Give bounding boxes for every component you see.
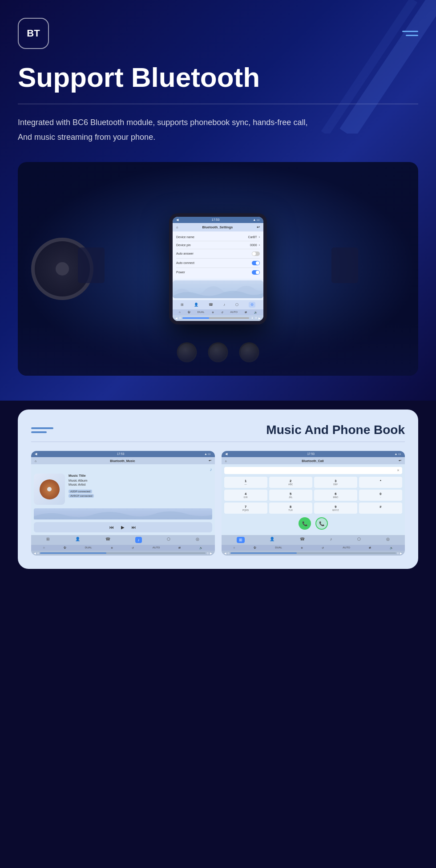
p-power[interactable]: ⏻	[254, 546, 256, 549]
search-x[interactable]: ✕	[397, 469, 400, 472]
ctrl-power[interactable]: ⏻	[188, 311, 190, 313]
home-icon[interactable]: ⌂	[176, 225, 178, 229]
redial-button[interactable]: 📞	[315, 517, 328, 530]
key-3[interactable]: 3DEF	[314, 477, 357, 488]
music-link-icon[interactable]: ⬡	[167, 537, 170, 543]
phone-ctrl-bar: ⌂ ⏻ DUAL ❄ ↺ AUTO ⇄ 🔊	[222, 545, 405, 551]
m-loop[interactable]: ↺	[132, 546, 134, 549]
key-star[interactable]: *	[359, 477, 402, 488]
p-home[interactable]: ⌂	[234, 546, 235, 549]
key-hash[interactable]: #	[359, 503, 402, 514]
ctrl-snow[interactable]: ❄	[212, 311, 214, 314]
key-9[interactable]: 9WXYZ	[314, 503, 357, 514]
hamburger-line-2	[406, 35, 418, 36]
auto-connect-toggle[interactable]	[252, 261, 260, 265]
phone-person-icon[interactable]: 👤	[270, 537, 275, 543]
ctrl-dual: DUAL	[198, 311, 205, 313]
music-note-active[interactable]: ♪	[135, 537, 142, 543]
header-section: BT Support Bluetooth Integrated with BC6…	[0, 0, 436, 401]
grid-icon[interactable]: ⊞	[181, 303, 184, 307]
hamburger-menu-icon[interactable]	[402, 31, 418, 36]
ctrl-home[interactable]: ⌂	[179, 311, 181, 313]
music-grid-icon[interactable]: ⊞	[46, 537, 50, 543]
avrcp-badge: AVRCP connected	[69, 494, 94, 498]
music-bottom-icons: ⊞ 👤 ☎ ♪ ⬡ ◎	[31, 535, 215, 545]
m-slider[interactable]	[40, 552, 206, 554]
music-wave	[34, 508, 212, 519]
p-slider[interactable]	[230, 552, 396, 554]
mini-slider[interactable]	[182, 317, 249, 319]
m-power[interactable]: ⏻	[64, 546, 66, 549]
music-settings-icon[interactable]: ◎	[196, 537, 199, 543]
music-home-icon[interactable]: ⌂	[35, 459, 36, 462]
play-btn[interactable]: ▶	[121, 525, 125, 530]
hamburger-line-1	[402, 31, 418, 32]
back-icon[interactable]: ↩	[257, 225, 260, 229]
music-icon[interactable]: ♪	[223, 303, 225, 307]
p-auto: AUTO	[343, 546, 350, 549]
auto-connect-row[interactable]: Auto connect	[176, 259, 260, 268]
m-arrows[interactable]: ⇄	[178, 546, 181, 549]
power-toggle[interactable]	[252, 270, 260, 275]
prev-btn[interactable]: ⏮	[109, 525, 114, 530]
phone-link-icon[interactable]: ⬡	[357, 537, 361, 543]
key-8[interactable]: 8TUV	[269, 503, 312, 514]
music-screen: ◀ 17:53 ▲ ▭ ⌂ Bluetooth_Music ↩ ♪	[31, 451, 215, 556]
m-n2: 0	[207, 552, 208, 555]
key-0[interactable]: 0·	[359, 490, 402, 501]
key-5[interactable]: 5JKL	[269, 490, 312, 501]
phone-settings-icon[interactable]: ◎	[386, 537, 390, 543]
settings-icon-active[interactable]: ⚙	[249, 302, 255, 308]
phone-search-bar[interactable]: ✕	[224, 467, 403, 474]
call-button[interactable]: 📞	[299, 517, 311, 530]
music-phone-icon[interactable]: ☎	[105, 537, 110, 543]
p-snow[interactable]: ❄	[301, 546, 303, 549]
p-left[interactable]: ◀	[224, 552, 226, 555]
key-2[interactable]: 2ABC	[269, 477, 312, 488]
auto-answer-row[interactable]: Auto answer	[176, 249, 260, 259]
power-row[interactable]: Power	[176, 268, 260, 277]
music-body: ♪ Music Title Music Album Music Artist A…	[31, 464, 215, 535]
phone-icon[interactable]: ☎	[209, 303, 213, 307]
m-vol[interactable]: 🔊	[199, 546, 202, 549]
ctrl-arrows[interactable]: ⇄	[245, 311, 247, 314]
m-home[interactable]: ⌂	[43, 546, 45, 549]
m-snow[interactable]: ❄	[111, 546, 113, 549]
key-6[interactable]: 6MNO	[314, 490, 357, 501]
music-person-icon[interactable]: 👤	[75, 537, 80, 543]
m-right[interactable]: ▶	[210, 552, 212, 555]
phone-back-btn[interactable]: ◀	[225, 452, 227, 456]
subtitle: Integrated with BC6 Bluetooth module, su…	[18, 115, 418, 144]
phone-back-icon[interactable]: ↩	[399, 459, 401, 462]
auto-answer-toggle[interactable]	[252, 251, 260, 256]
ctrl-loop[interactable]: ↺	[221, 311, 223, 314]
next-btn[interactable]: ⏭	[132, 525, 136, 530]
key-7[interactable]: 7PQRS	[224, 503, 267, 514]
music-status-icons: ▲ ▭	[204, 452, 211, 456]
arrow-right[interactable]: ▶	[258, 316, 261, 320]
person-icon[interactable]: 👤	[194, 303, 198, 307]
ctrl-vol[interactable]: 🔊	[254, 311, 257, 314]
phone-music-icon[interactable]: ♪	[330, 537, 332, 543]
key-1[interactable]: 1—	[224, 477, 267, 488]
p-right[interactable]: ▶	[400, 552, 402, 555]
screen-status-bar: ◀ 17:53 ▲ ▭	[173, 217, 263, 223]
key-4[interactable]: 4GHI	[224, 490, 267, 501]
link-icon[interactable]: ⬡	[235, 303, 238, 307]
bottom-section-title: Music And Phone Book	[266, 423, 405, 437]
phone-grid-active[interactable]: ⊞	[237, 537, 245, 543]
music-back-icon[interactable]: ↩	[209, 459, 211, 462]
p-vol[interactable]: 🔊	[390, 546, 393, 549]
device-pin-row[interactable]: Device pin 0000 ›	[176, 241, 260, 249]
device-name-row[interactable]: Device name CarBT ›	[176, 233, 260, 241]
phone-screen-title: Bluetooth_Call	[302, 459, 323, 462]
p-loop[interactable]: ↺	[322, 546, 324, 549]
device-pin-value: 0000	[250, 243, 257, 247]
slider-num-right: 0	[255, 316, 257, 319]
p-arrows[interactable]: ⇄	[369, 546, 371, 549]
phone-phone-icon[interactable]: ☎	[300, 537, 305, 543]
m-left[interactable]: ◀	[34, 552, 36, 555]
arrow-left[interactable]: ◀	[175, 316, 178, 320]
phone-home-icon[interactable]: ⌂	[225, 459, 227, 462]
music-back-btn[interactable]: ◀	[35, 452, 37, 456]
